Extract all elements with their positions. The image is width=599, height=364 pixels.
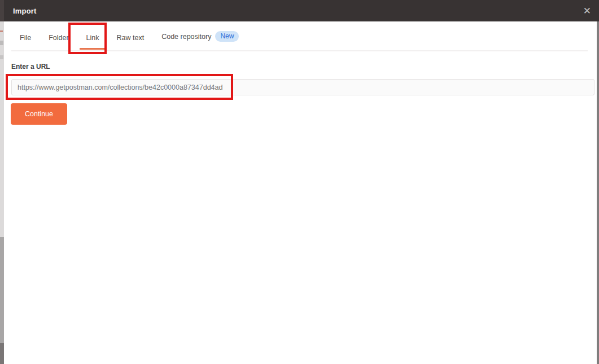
tabbar-divider — [11, 50, 588, 51]
tab-file[interactable]: File — [13, 34, 38, 50]
tab-link[interactable]: Link — [80, 34, 106, 50]
close-icon[interactable]: ✕ — [583, 6, 591, 16]
left-edge-top-segment — [0, 0, 4, 21]
import-tabbar: File Folder Link Raw text Code repositor… — [4, 31, 588, 50]
url-label: Enter a URL — [11, 63, 50, 71]
import-modal: Import ✕ File Folder Link Raw text Code … — [0, 0, 599, 364]
tab-folder[interactable]: Folder — [42, 34, 75, 50]
background-scrollbar[interactable] — [597, 21, 599, 364]
left-edge-mark — [0, 41, 3, 45]
tab-folder-label: Folder — [49, 34, 68, 42]
modal-title: Import — [13, 7, 37, 15]
tab-raw-text[interactable]: Raw text — [110, 34, 151, 50]
modal-header: Import ✕ — [4, 0, 599, 21]
left-edge-mid-segment — [0, 237, 4, 343]
tab-code-repository[interactable]: Code repository New — [155, 31, 246, 50]
url-input[interactable] — [11, 79, 594, 95]
tab-file-label: File — [20, 34, 31, 42]
tab-link-label: Link — [86, 34, 99, 42]
left-edge-mark — [0, 30, 3, 32]
background-app-left-edge — [0, 0, 4, 364]
left-edge-mark — [0, 55, 3, 59]
continue-button[interactable]: Continue — [11, 103, 67, 125]
tab-code-repository-label: Code repository — [161, 33, 211, 41]
tab-raw-text-label: Raw text — [117, 34, 145, 42]
left-edge-bottom-segment — [0, 343, 4, 364]
new-badge: New — [215, 31, 239, 42]
